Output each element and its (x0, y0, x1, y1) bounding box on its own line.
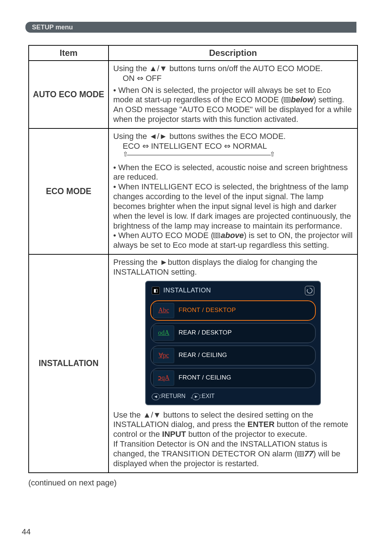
thumb-text: Abc (158, 307, 169, 315)
item-installation: INSTALLATION (29, 254, 109, 472)
right-arrow: ► (160, 258, 168, 267)
text: Using the (113, 64, 149, 73)
table-row: ECO MODE Using the ◄/► buttons swithes t… (29, 128, 358, 254)
item-auto-eco-mode: AUTO ECO MODE (29, 61, 109, 128)
osd-menu-icon: ◧ (152, 287, 160, 295)
text: buttons turns on/off the AUTO ECO MODE. (167, 64, 323, 73)
rotate-icon (305, 286, 314, 295)
bullet-intelligent-eco: • When INTELLIGENT ECO is selected, the … (113, 182, 353, 231)
text: • When AUTO ECO MODE ( (113, 231, 213, 240)
text: Pressing the (113, 258, 160, 267)
up-down-arrows: ▲/▼ (143, 410, 161, 419)
text: buttons swithes the ECO MODE. (167, 132, 286, 141)
text: If Transition Detector is ON and the INS… (113, 439, 327, 458)
left-key-icon: ◄ (152, 393, 160, 400)
osd-option-thumb: ɔqA (153, 370, 174, 386)
osd-installation-dialog: ◧ INSTALLATION AbcFRONT / DESKTOPodAREAR… (145, 281, 321, 405)
ref-text: below (291, 95, 314, 105)
manual-ref-below: below (284, 95, 314, 105)
continued-note: (continued on next page) (28, 478, 370, 488)
bullet-eco: • When the ECO is selected, acoustic noi… (113, 163, 353, 182)
book-icon (284, 95, 290, 105)
desc-auto-eco-mode: Using the ▲/▼ buttons turns on/off the A… (109, 61, 358, 128)
input-label: INPUT (162, 430, 186, 439)
book-icon (297, 449, 304, 459)
col-header-description: Description (109, 45, 358, 61)
osd-option-thumb: ∀pc (153, 348, 174, 363)
cycle-arrow-line: ⇧ ⇧ (123, 152, 275, 159)
ref-text: above (221, 231, 244, 241)
thumb-text: ∀pc (159, 352, 169, 360)
osd-option-thumb: Abc (153, 303, 174, 318)
thumb-text: ɔqA (158, 374, 170, 382)
manual-ref-77: 77 (297, 449, 313, 459)
osd-option[interactable]: odAREAR / DESKTOP (150, 323, 316, 343)
text: button of the projector to execute. (186, 430, 307, 439)
thumb-text: odA (158, 329, 170, 337)
table-row: AUTO ECO MODE Using the ▲/▼ buttons turn… (29, 61, 358, 128)
osd-footer: ◄:RETURN ,►:EXIT (150, 390, 316, 400)
return-label: :RETURN (160, 393, 185, 399)
arrow-up-icon: ⇧ (270, 151, 275, 159)
text: Using the (113, 132, 149, 141)
cycle-on-off: ON ⇔ OFF (113, 74, 353, 83)
osd-option-label: REAR / DESKTOP (179, 329, 232, 337)
arrow-up-icon: ⇧ (123, 151, 128, 159)
item-eco-mode: ECO MODE (29, 128, 109, 254)
enter-label: ENTER (248, 420, 275, 429)
page-number: 44 (22, 527, 30, 537)
osd-option-label: FRONT / DESKTOP (179, 307, 236, 314)
cycle-eco-modes: ECO ⇔ INTELLIGENT ECO ⇔ NORMAL (113, 141, 353, 151)
osd-option-label: FRONT / CEILING (179, 374, 231, 382)
setup-menu-table: Item Description AUTO ECO MODE Using the… (28, 45, 358, 473)
text: Use the (113, 410, 143, 419)
ref-text: 77 (305, 449, 313, 459)
left-right-arrows: ◄/► (149, 132, 167, 141)
col-header-item: Item (29, 45, 109, 61)
setup-menu-banner: SETUP menu (25, 22, 356, 33)
book-icon (213, 231, 220, 241)
osd-option[interactable]: ɔqAFRONT / CEILING (150, 368, 316, 388)
osd-title: INSTALLATION (163, 287, 211, 295)
osd-option-label: REAR / CEILING (179, 352, 227, 359)
desc-installation: Pressing the ►button displays the dialog… (109, 254, 358, 472)
up-down-arrows: ▲/▼ (149, 64, 167, 73)
osd-option-thumb: odA (153, 325, 174, 341)
right-key-icon: ► (192, 393, 200, 400)
manual-ref-above: above (213, 231, 244, 241)
table-row: INSTALLATION Pressing the ►button displa… (29, 254, 358, 472)
osd-option[interactable]: AbcFRONT / DESKTOP (150, 300, 316, 321)
banner-title: SETUP menu (32, 24, 73, 31)
osd-option[interactable]: ∀pcREAR / CEILING (150, 345, 316, 366)
exit-label: :EXIT (200, 393, 215, 399)
desc-eco-mode: Using the ◄/► buttons swithes the ECO MO… (109, 128, 358, 254)
